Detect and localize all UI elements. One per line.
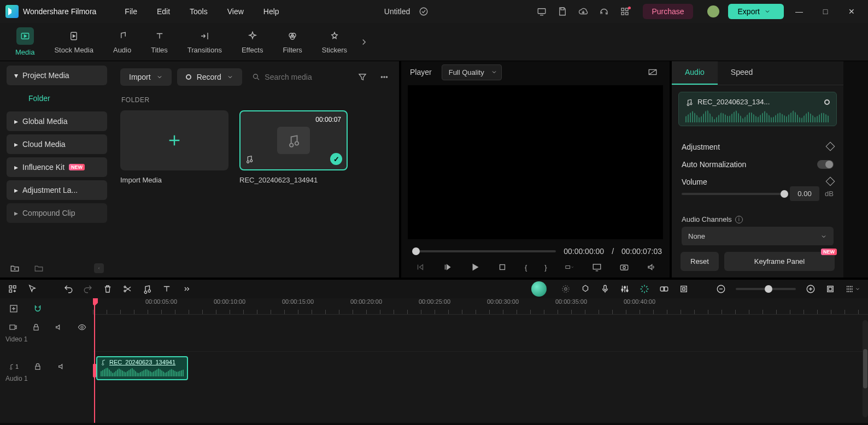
search-media[interactable] — [248, 68, 349, 86]
prev-frame-icon[interactable] — [415, 262, 425, 272]
volume-keyframe-icon[interactable] — [827, 178, 834, 186]
mute-audio-icon[interactable] — [57, 362, 67, 371]
sidebar-item-project-media[interactable]: ▾Project Media — [7, 66, 107, 85]
ratio-icon[interactable] — [565, 262, 574, 272]
maximize-button[interactable]: □ — [814, 7, 836, 16]
split-icon[interactable] — [122, 284, 132, 294]
redo-icon[interactable] — [83, 284, 93, 294]
menu-edit[interactable]: Edit — [149, 4, 178, 19]
sidebar-item-compound-clip[interactable]: ▸Compound Clip — [7, 203, 107, 223]
undo-icon[interactable] — [63, 284, 73, 294]
tool-transitions[interactable]: Transitions — [178, 29, 232, 54]
cloud-sync-icon[interactable] — [419, 7, 429, 16]
minimize-button[interactable]: — — [788, 7, 810, 16]
close-button[interactable]: ✕ — [841, 7, 863, 16]
compare-icon[interactable] — [648, 67, 658, 77]
playhead[interactable] — [94, 298, 95, 423]
menu-file[interactable]: File — [117, 4, 145, 19]
add-track-icon[interactable] — [9, 304, 19, 314]
keyframe-diamond-icon[interactable] — [827, 143, 834, 151]
volume-slider[interactable] — [682, 193, 784, 195]
menu-help[interactable]: Help — [256, 4, 287, 19]
search-input[interactable] — [265, 73, 344, 81]
tool-filters[interactable]: Filters — [273, 29, 312, 54]
timeline-ruler[interactable]: 00:00:05:00 00:00:10:00 00:00:15:00 00:0… — [93, 298, 868, 315]
sidebar-item-adjustment-layer[interactable]: ▸Adjustment La... — [7, 180, 107, 200]
play-in-icon[interactable] — [443, 262, 453, 272]
audio-detach-icon[interactable] — [142, 284, 152, 294]
zoom-fit-icon[interactable] — [825, 284, 835, 294]
new-bin-icon[interactable] — [34, 263, 44, 273]
link-icon[interactable] — [659, 284, 669, 294]
info-icon[interactable]: i — [735, 216, 743, 223]
headphones-icon[interactable] — [599, 7, 609, 16]
volume-value[interactable]: 0.00 — [790, 186, 819, 201]
lock-audio-icon[interactable] — [33, 362, 43, 371]
import-button[interactable]: Import — [120, 68, 172, 86]
sidebar-item-global-media[interactable]: ▸Global Media — [7, 111, 107, 131]
play-icon[interactable] — [470, 262, 480, 272]
layout-icon[interactable] — [8, 284, 17, 294]
preview-canvas[interactable] — [408, 85, 663, 239]
magnet-icon[interactable] — [33, 304, 43, 314]
cloud-download-icon[interactable] — [578, 7, 588, 16]
tool-stock-media[interactable]: Stock Media — [44, 29, 103, 54]
render-icon[interactable] — [640, 284, 649, 294]
seek-bar[interactable] — [412, 250, 556, 252]
delete-icon[interactable] — [103, 284, 113, 294]
new-folder-icon[interactable] — [10, 263, 20, 273]
lock-track-icon[interactable] — [32, 322, 40, 332]
marker-icon[interactable] — [580, 284, 590, 294]
more-tools-icon[interactable] — [359, 37, 369, 47]
display-icon[interactable] — [592, 262, 602, 272]
sidebar-item-cloud-media[interactable]: ▸Cloud Media — [7, 134, 107, 154]
user-avatar[interactable] — [707, 5, 719, 17]
tool-effects[interactable]: Effects — [232, 29, 273, 54]
tool-media[interactable]: Media — [5, 27, 44, 56]
tool-audio[interactable]: Audio — [103, 29, 141, 54]
timeline-scrollbar[interactable] — [863, 320, 868, 417]
zoom-in-icon[interactable] — [806, 284, 816, 294]
voiceover-icon[interactable] — [600, 284, 610, 294]
record-button[interactable]: Record — [177, 68, 242, 86]
zoom-slider[interactable] — [736, 288, 796, 290]
crop-icon[interactable] — [679, 284, 689, 294]
save-icon[interactable] — [558, 7, 567, 16]
mute-track-icon[interactable] — [55, 322, 63, 332]
mark-in-icon[interactable]: { — [525, 262, 527, 272]
stop-icon[interactable] — [497, 262, 507, 272]
quality-select[interactable]: Full Quality — [442, 64, 502, 80]
hide-track-icon[interactable] — [78, 322, 86, 332]
ai-assistant-icon[interactable] — [531, 281, 547, 297]
timeline-audio-clip[interactable]: REC_20240623_134941 — [96, 356, 188, 380]
zoom-out-icon[interactable] — [716, 284, 726, 294]
device-icon[interactable] — [537, 7, 547, 16]
collapse-sidebar-icon[interactable] — [94, 263, 104, 273]
reset-button[interactable]: Reset — [681, 252, 719, 271]
media-card-audio[interactable]: 00:00:07 ✓ REC_20240623_134941 — [239, 110, 348, 184]
export-button[interactable]: Export — [728, 4, 784, 19]
sidebar-item-folder[interactable]: Folder — [7, 88, 107, 108]
purchase-button[interactable]: Purchase — [643, 4, 693, 19]
selected-clip-chip[interactable]: REC_20240623_134... — [678, 92, 837, 126]
tab-speed[interactable]: Speed — [718, 61, 766, 85]
audio-track-lane[interactable]: REC_20240623_134941 — [93, 352, 868, 389]
tool-titles[interactable]: Titles — [141, 29, 178, 54]
timeline-view-icon[interactable] — [845, 284, 860, 294]
motion-tracking-icon[interactable] — [561, 284, 571, 294]
tool-stickers[interactable]: Stickers — [312, 29, 357, 54]
text-icon[interactable] — [162, 284, 172, 294]
select-tool-icon[interactable] — [27, 284, 37, 294]
import-media-card[interactable]: Import Media — [120, 110, 228, 184]
apps-icon[interactable] — [620, 7, 630, 16]
volume-icon[interactable] — [647, 262, 656, 272]
more-timeline-icon[interactable] — [181, 284, 191, 294]
tab-audio[interactable]: Audio — [672, 61, 718, 85]
keyframe-panel-button[interactable]: Keyframe PanelNEW — [724, 252, 835, 271]
audio-mixer-icon[interactable] — [620, 284, 630, 294]
menu-tools[interactable]: Tools — [182, 4, 215, 19]
menu-view[interactable]: View — [220, 4, 251, 19]
channels-select[interactable]: None — [682, 227, 834, 245]
snapshot-icon[interactable] — [619, 262, 629, 272]
auto-normalization-toggle[interactable] — [817, 160, 834, 169]
